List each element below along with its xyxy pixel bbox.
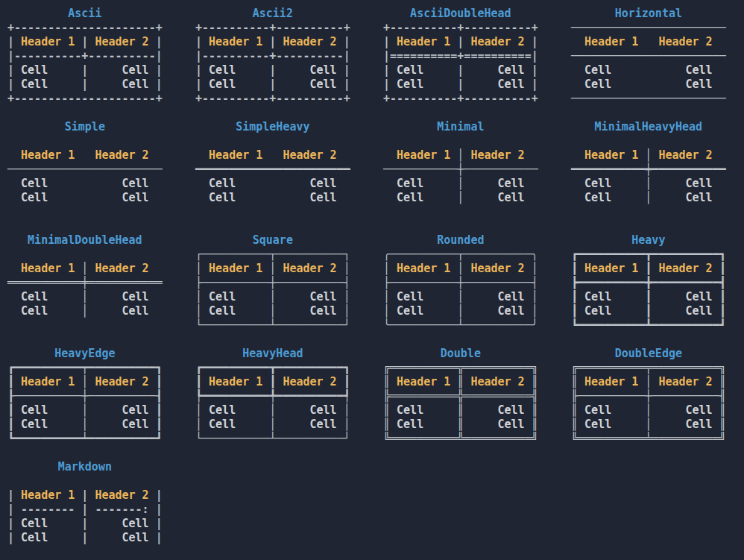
- table-border: |: [7, 517, 21, 530]
- table-line: ╔══════════╦══════════╗: [383, 361, 538, 375]
- table-line: ╭──────────┬──────────╮: [383, 248, 538, 262]
- table-minimal: Minimal Header 1 │ Header 2 ───────────┼…: [383, 120, 538, 205]
- table-line: │ Cell │ Cell │: [195, 418, 350, 432]
- table-line: ║ Cell │ Cell ║: [571, 403, 726, 418]
- table-border: ║: [423, 418, 497, 431]
- table-title: HeavyHead: [195, 347, 350, 361]
- table-border: |: [7, 63, 21, 77]
- table-line: ┗━━━━━━━━━━┻━━━━━━━━━━┛: [571, 318, 726, 333]
- table-line: ━━━━━━━━━━━━━━━━━━━━━━━: [195, 163, 350, 177]
- table-line: ┣━━━━━━━━━━╋━━━━━━━━━━┫: [571, 276, 726, 290]
- table-border: |: [236, 63, 309, 77]
- table-line: ║ Header 1 │ Header 2 ║: [571, 375, 726, 389]
- cell-text: Cell: [310, 403, 337, 417]
- table-border: |: [525, 63, 538, 77]
- cell-text: Cell: [686, 290, 713, 303]
- header-text: Header 1: [584, 148, 638, 162]
- table-border: │: [236, 290, 309, 303]
- header-text: Header 2: [95, 35, 148, 48]
- table-border: ┃: [713, 262, 726, 275]
- table-line: |----------+----------|: [195, 49, 350, 63]
- table-border: |: [7, 35, 21, 48]
- table-simple: Simple Header 1 Header 2 ───────────────…: [7, 120, 163, 205]
- cell-text: Cell: [498, 403, 525, 417]
- header-text: Header 1: [209, 148, 262, 162]
- table-border: [571, 177, 584, 190]
- table-title: Ascii: [7, 7, 163, 21]
- table-border: │: [611, 418, 685, 431]
- table-line: +----------+----------+: [195, 21, 350, 35]
- table-border: +---------------------+: [7, 92, 163, 105]
- table-border: [195, 177, 209, 190]
- table-border: ║: [713, 403, 726, 417]
- table-border: │: [195, 418, 209, 431]
- cell-text: Cell: [209, 304, 236, 318]
- table-line: ━━━━━━━━━━━┿━━━━━━━━━━━: [571, 163, 726, 177]
- header-text: Header 2: [658, 148, 712, 162]
- cell-text: Cell: [498, 304, 525, 318]
- cell-text: Cell: [122, 531, 149, 544]
- table-border: │: [638, 148, 658, 162]
- header-text: Header 1: [397, 375, 450, 388]
- cell-text: Cell: [21, 403, 48, 417]
- table-border: ┗━━━━━━━━━━┻━━━━━━━━━━┛: [571, 318, 726, 332]
- table-minimalheavyhead: MinimalHeavyHead Header 1 │ Header 2 ━━━…: [571, 120, 726, 205]
- table-line: ┃ Header 1 ┃ Header 2 ┃: [571, 262, 726, 276]
- cell-text: Cell: [686, 403, 713, 417]
- table-border: ║: [423, 403, 497, 417]
- table-doubleedge: DoubleEdge╔══════════╤══════════╗║ Heade…: [571, 347, 726, 446]
- cell-text: Cell: [584, 191, 611, 204]
- table-line: +---------------------+: [7, 92, 163, 106]
- table-line: [7, 134, 163, 148]
- header-text: Header 2: [470, 262, 524, 275]
- table-title: Square: [195, 233, 350, 248]
- table-border: [149, 290, 163, 303]
- table-line: ───────────────────────: [571, 92, 726, 106]
- table-border: │: [236, 418, 309, 431]
- table-border: [7, 262, 21, 275]
- table-border: [337, 191, 350, 204]
- table-border: │: [262, 262, 283, 275]
- header-text: Header 2: [658, 262, 712, 275]
- header-text: Header 2: [470, 35, 524, 48]
- table-border: |: [337, 63, 350, 77]
- table-border: │: [611, 191, 685, 204]
- cell-text: Cell: [498, 191, 525, 204]
- table-border: │: [195, 403, 209, 417]
- table-border: ───────────────────────: [7, 163, 163, 176]
- table-border: |: [48, 517, 122, 530]
- table-title: DoubleEdge: [571, 347, 726, 361]
- table-line: ├──────────┼──────────┤: [195, 276, 350, 290]
- header-text: Header 1: [21, 148, 75, 162]
- cell-text: Cell: [397, 403, 423, 417]
- table-border: [149, 262, 163, 275]
- table-line: Header 1 Header 2: [571, 35, 726, 49]
- header-text: Header 2: [283, 148, 336, 162]
- table-line: |==========+==========|: [383, 49, 538, 63]
- table-line: [195, 134, 350, 148]
- table-border: [383, 148, 397, 162]
- header-text: Header 2: [95, 262, 148, 275]
- table-border: │: [423, 191, 497, 204]
- table-border: |: [383, 35, 397, 48]
- header-text: Header 2: [470, 375, 524, 388]
- table-border: ║: [713, 375, 726, 388]
- table-border: ║: [571, 418, 584, 431]
- table-line: | Cell | Cell |: [7, 63, 163, 78]
- cell-text: Cell: [209, 191, 236, 204]
- table-line: ┃ Cell ┃ Cell ┃: [571, 290, 726, 304]
- table-line: Header 1 │ Header 2: [571, 148, 726, 163]
- table-border: ┃: [262, 375, 283, 388]
- table-line: ┃ Cell │ Cell ┃: [7, 403, 163, 418]
- table-border: |: [149, 517, 163, 530]
- table-border: ───────────────────────: [571, 92, 726, 105]
- table-border: +----------+----------+: [195, 92, 350, 105]
- table-line: ┏━━━━━━━━━━┳━━━━━━━━━━┓: [195, 361, 350, 375]
- cell-text: Cell: [686, 304, 713, 318]
- table-line: | Header 1 | Header 2 |: [7, 35, 163, 49]
- table-border: ╔══════════╦══════════╗: [383, 361, 538, 374]
- table-border: ┃: [611, 304, 685, 318]
- table-border: |: [7, 78, 21, 91]
- table-line: ┃ Header 1 ┃ Header 2 ┃: [195, 375, 350, 389]
- cell-text: Cell: [397, 290, 423, 303]
